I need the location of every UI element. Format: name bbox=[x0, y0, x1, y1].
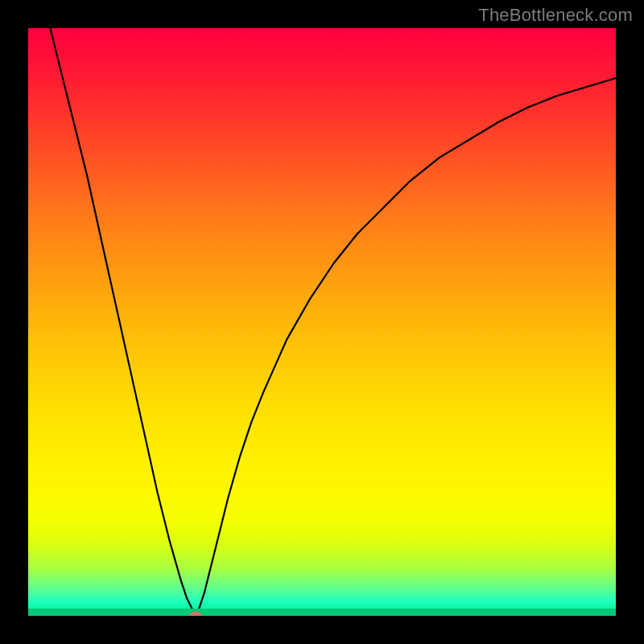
optimal-point-marker bbox=[189, 612, 202, 617]
plot-area bbox=[28, 28, 616, 616]
gradient-background bbox=[28, 28, 616, 616]
watermark-text: TheBottleneck.com bbox=[478, 5, 633, 26]
green-bottom-bar bbox=[28, 609, 616, 616]
chart-root: TheBottleneck.com bbox=[0, 0, 644, 644]
